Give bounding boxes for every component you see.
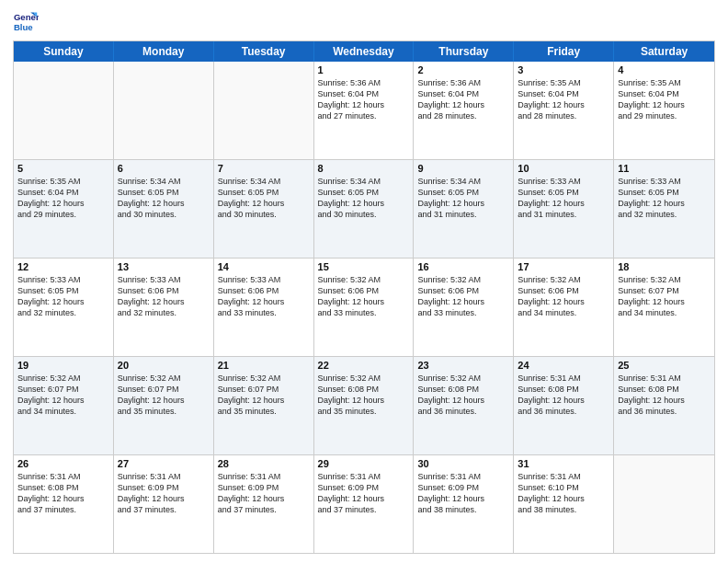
cell-info: Sunrise: 5:31 AM Sunset: 6:09 PM Dayligh… [318,471,410,516]
calendar-week: 1Sunrise: 5:36 AM Sunset: 6:04 PM Daylig… [14,62,714,160]
cell-info: Sunrise: 5:36 AM Sunset: 6:04 PM Dayligh… [417,77,509,122]
cell-info: Sunrise: 5:34 AM Sunset: 6:05 PM Dayligh… [218,176,310,221]
calendar-page: General Blue SundayMondayTuesdayWednesda… [0,0,728,563]
cell-info: Sunrise: 5:34 AM Sunset: 6:05 PM Dayligh… [417,176,509,221]
header-day: Friday [514,41,614,62]
calendar-cell: 21Sunrise: 5:32 AM Sunset: 6:07 PM Dayli… [214,357,314,454]
day-number: 18 [618,261,711,272]
calendar-header: SundayMondayTuesdayWednesdayThursdayFrid… [14,41,714,62]
cell-info: Sunrise: 5:36 AM Sunset: 6:04 PM Dayligh… [318,77,410,122]
calendar-cell: 17Sunrise: 5:32 AM Sunset: 6:06 PM Dayli… [514,259,614,356]
calendar-cell: 1Sunrise: 5:36 AM Sunset: 6:04 PM Daylig… [314,62,415,159]
cell-info: Sunrise: 5:32 AM Sunset: 6:06 PM Dayligh… [318,274,410,319]
day-number: 12 [17,261,109,272]
day-number: 15 [318,261,410,272]
day-number: 11 [618,163,711,174]
day-number: 9 [417,163,509,174]
day-number: 24 [518,360,609,371]
cell-info: Sunrise: 5:31 AM Sunset: 6:09 PM Dayligh… [218,471,310,516]
cell-info: Sunrise: 5:31 AM Sunset: 6:10 PM Dayligh… [518,471,609,516]
cell-info: Sunrise: 5:35 AM Sunset: 6:04 PM Dayligh… [518,77,609,122]
calendar: SundayMondayTuesdayWednesdayThursdayFrid… [13,40,715,554]
cell-info: Sunrise: 5:32 AM Sunset: 6:07 PM Dayligh… [17,373,109,418]
calendar-cell: 13Sunrise: 5:33 AM Sunset: 6:06 PM Dayli… [114,259,214,356]
calendar-cell: 31Sunrise: 5:31 AM Sunset: 6:10 PM Dayli… [514,455,614,553]
day-number: 29 [318,458,410,469]
calendar-cell: 11Sunrise: 5:33 AM Sunset: 6:05 PM Dayli… [614,160,714,258]
calendar-cell: 20Sunrise: 5:32 AM Sunset: 6:07 PM Dayli… [114,357,214,454]
cell-info: Sunrise: 5:31 AM Sunset: 6:09 PM Dayligh… [417,471,509,516]
cell-info: Sunrise: 5:31 AM Sunset: 6:08 PM Dayligh… [618,373,711,418]
calendar-cell: 2Sunrise: 5:36 AM Sunset: 6:04 PM Daylig… [414,62,514,159]
cell-info: Sunrise: 5:33 AM Sunset: 6:05 PM Dayligh… [518,176,609,221]
calendar-cell: 27Sunrise: 5:31 AM Sunset: 6:09 PM Dayli… [114,455,214,553]
cell-info: Sunrise: 5:32 AM Sunset: 6:07 PM Dayligh… [118,373,210,418]
header-day: Saturday [614,41,714,62]
logo-icon: General Blue [13,9,39,35]
calendar-cell: 3Sunrise: 5:35 AM Sunset: 6:04 PM Daylig… [514,62,614,159]
calendar-cell: 9Sunrise: 5:34 AM Sunset: 6:05 PM Daylig… [414,160,514,258]
day-number: 22 [318,360,410,371]
day-number: 26 [17,458,109,469]
calendar-week: 26Sunrise: 5:31 AM Sunset: 6:08 PM Dayli… [14,455,714,553]
logo: General Blue [13,9,39,35]
calendar-cell [114,62,214,159]
day-number: 1 [318,64,410,75]
calendar-cell: 30Sunrise: 5:31 AM Sunset: 6:09 PM Dayli… [414,455,514,553]
calendar-cell [14,62,114,159]
calendar-cell [614,455,714,553]
calendar-cell: 24Sunrise: 5:31 AM Sunset: 6:08 PM Dayli… [514,357,614,454]
day-number: 5 [17,163,109,174]
cell-info: Sunrise: 5:34 AM Sunset: 6:05 PM Dayligh… [118,176,210,221]
day-number: 8 [318,163,410,174]
header: General Blue [13,9,715,35]
header-day: Tuesday [214,41,314,62]
calendar-cell: 14Sunrise: 5:33 AM Sunset: 6:06 PM Dayli… [214,259,314,356]
cell-info: Sunrise: 5:32 AM Sunset: 6:06 PM Dayligh… [518,274,609,319]
day-number: 20 [118,360,210,371]
cell-info: Sunrise: 5:32 AM Sunset: 6:07 PM Dayligh… [218,373,310,418]
calendar-cell: 29Sunrise: 5:31 AM Sunset: 6:09 PM Dayli… [314,455,415,553]
calendar-cell [214,62,314,159]
calendar-cell: 8Sunrise: 5:34 AM Sunset: 6:05 PM Daylig… [314,160,415,258]
day-number: 14 [218,261,310,272]
day-number: 19 [17,360,109,371]
day-number: 7 [218,163,310,174]
calendar-cell: 22Sunrise: 5:32 AM Sunset: 6:08 PM Dayli… [314,357,415,454]
calendar-cell: 12Sunrise: 5:33 AM Sunset: 6:05 PM Dayli… [14,259,114,356]
day-number: 3 [518,64,609,75]
day-number: 4 [618,64,711,75]
cell-info: Sunrise: 5:33 AM Sunset: 6:06 PM Dayligh… [218,274,310,319]
day-number: 31 [518,458,609,469]
cell-info: Sunrise: 5:31 AM Sunset: 6:08 PM Dayligh… [518,373,609,418]
calendar-cell: 16Sunrise: 5:32 AM Sunset: 6:06 PM Dayli… [414,259,514,356]
day-number: 27 [118,458,210,469]
header-day: Sunday [14,41,114,62]
calendar-week: 5Sunrise: 5:35 AM Sunset: 6:04 PM Daylig… [14,160,714,259]
day-number: 16 [417,261,509,272]
day-number: 28 [218,458,310,469]
calendar-cell: 18Sunrise: 5:32 AM Sunset: 6:07 PM Dayli… [614,259,714,356]
calendar-cell: 6Sunrise: 5:34 AM Sunset: 6:05 PM Daylig… [114,160,214,258]
calendar-cell: 15Sunrise: 5:32 AM Sunset: 6:06 PM Dayli… [314,259,415,356]
day-number: 6 [118,163,210,174]
calendar-cell: 5Sunrise: 5:35 AM Sunset: 6:04 PM Daylig… [14,160,114,258]
day-number: 30 [417,458,509,469]
calendar-cell: 25Sunrise: 5:31 AM Sunset: 6:08 PM Dayli… [614,357,714,454]
calendar-cell: 10Sunrise: 5:33 AM Sunset: 6:05 PM Dayli… [514,160,614,258]
day-number: 25 [618,360,711,371]
calendar-cell: 7Sunrise: 5:34 AM Sunset: 6:05 PM Daylig… [214,160,314,258]
cell-info: Sunrise: 5:34 AM Sunset: 6:05 PM Dayligh… [318,176,410,221]
calendar-week: 19Sunrise: 5:32 AM Sunset: 6:07 PM Dayli… [14,357,714,455]
cell-info: Sunrise: 5:32 AM Sunset: 6:07 PM Dayligh… [618,274,711,319]
calendar-body: 1Sunrise: 5:36 AM Sunset: 6:04 PM Daylig… [14,62,714,553]
cell-info: Sunrise: 5:32 AM Sunset: 6:08 PM Dayligh… [417,373,509,418]
day-number: 21 [218,360,310,371]
calendar-cell: 4Sunrise: 5:35 AM Sunset: 6:04 PM Daylig… [614,62,714,159]
cell-info: Sunrise: 5:32 AM Sunset: 6:06 PM Dayligh… [417,274,509,319]
calendar-cell: 19Sunrise: 5:32 AM Sunset: 6:07 PM Dayli… [14,357,114,454]
calendar-cell: 23Sunrise: 5:32 AM Sunset: 6:08 PM Dayli… [414,357,514,454]
cell-info: Sunrise: 5:33 AM Sunset: 6:05 PM Dayligh… [17,274,109,319]
day-number: 13 [118,261,210,272]
cell-info: Sunrise: 5:35 AM Sunset: 6:04 PM Dayligh… [17,176,109,221]
